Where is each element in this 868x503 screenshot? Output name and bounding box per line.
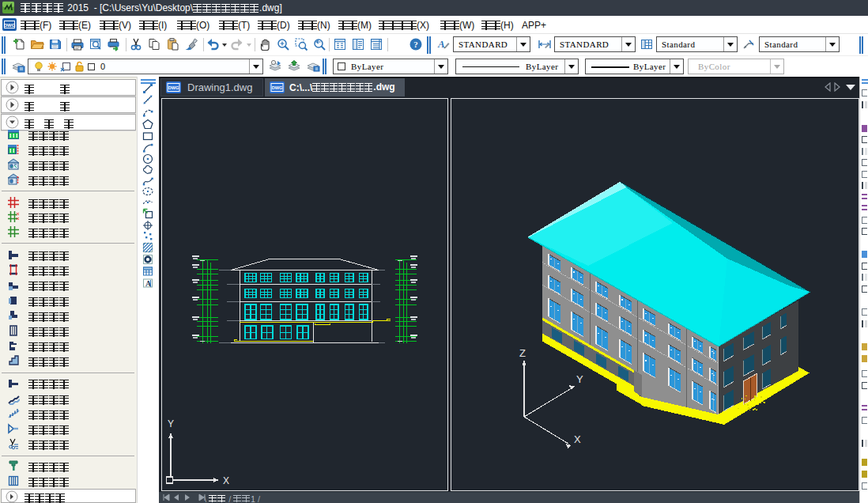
- svg-text:Z: Z: [519, 347, 526, 359]
- svg-text:Y: Y: [576, 373, 583, 385]
- svg-text:A: A: [437, 38, 445, 50]
- svg-text:X: X: [223, 475, 229, 486]
- svg-text:?: ?: [413, 40, 418, 49]
- svg-text:0: 0: [100, 62, 106, 71]
- svg-text:Y: Y: [168, 418, 174, 429]
- svg-text:DWG: DWG: [4, 23, 16, 28]
- svg-text:DWG: DWG: [168, 85, 179, 90]
- svg-text:DWG: DWG: [272, 85, 283, 90]
- svg-text:X: X: [574, 433, 581, 445]
